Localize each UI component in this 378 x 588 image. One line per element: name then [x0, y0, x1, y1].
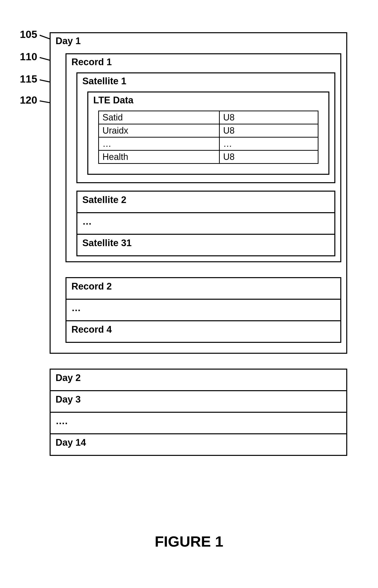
field-name-cell: … — [99, 137, 220, 150]
table-row: UraidxU8 — [99, 124, 318, 137]
satellites-rest: Satellite 2…Satellite 31 — [76, 191, 335, 256]
record-row: Record 4 — [65, 320, 341, 343]
day-1-label: Day 1 — [56, 36, 341, 48]
day-row: Day 14 — [50, 433, 347, 456]
satellite-1-label: Satellite 1 — [82, 76, 126, 86]
records-rest: Record 2…Record 4 — [65, 277, 341, 343]
satellite-row: Satellite 2 — [76, 191, 335, 212]
day-row: Day 2 — [50, 369, 347, 390]
day-row: Day 3 — [50, 390, 347, 412]
record-row: … — [65, 299, 341, 320]
field-name-cell: Uraidx — [99, 124, 220, 137]
satellite-1-box: Satellite 1 LTE Data SatidU8UraidxU8……He… — [76, 72, 335, 183]
satellite-row: Satellite 31 — [76, 234, 335, 256]
day-1-box: Day 1 Record 1 Satellite 1 LTE Data Sati… — [50, 32, 347, 354]
field-type-cell: U8 — [219, 150, 318, 164]
lte-data-box: LTE Data SatidU8UraidxU8……HealthU8 — [87, 91, 329, 175]
record-1-box: Record 1 Satellite 1 LTE Data SatidU8Ura… — [65, 53, 341, 262]
figure-page: 105 110 115 120 Day 1 Record 1 Satellite… — [0, 0, 378, 588]
field-name-cell: Health — [99, 150, 220, 164]
table-row: …… — [99, 137, 318, 150]
ref-120: 120 — [20, 94, 37, 106]
days-rest: Day 2Day 3….Day 14 — [50, 369, 347, 456]
record-row: Record 2 — [65, 277, 341, 299]
ref-105: 105 — [20, 29, 37, 40]
satellite-row: … — [76, 212, 335, 234]
record-1-label: Record 1 — [71, 57, 112, 67]
figure-caption: FIGURE 1 — [0, 533, 378, 550]
ref-110: 110 — [20, 51, 37, 63]
field-name-cell: Satid — [99, 111, 220, 124]
field-type-cell: U8 — [219, 124, 318, 137]
day-row: …. — [50, 412, 347, 433]
lte-data-label: LTE Data — [93, 95, 133, 105]
diagram-root: Day 1 Record 1 Satellite 1 LTE Data Sati… — [50, 32, 347, 456]
table-row: HealthU8 — [99, 150, 318, 164]
field-type-cell: … — [219, 137, 318, 150]
field-type-cell: U8 — [219, 111, 318, 124]
table-row: SatidU8 — [99, 111, 318, 124]
lte-data-table: SatidU8UraidxU8……HealthU8 — [98, 111, 318, 164]
ref-115: 115 — [20, 73, 37, 85]
